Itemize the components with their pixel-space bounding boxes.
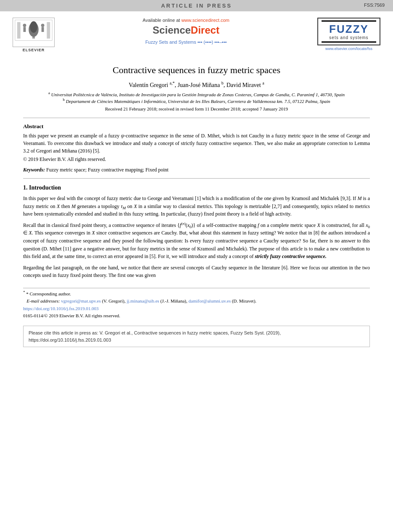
fuzzy-journal-logo: FUZZY sets and systems www.elsevier.com/… (315, 18, 382, 51)
svg-point-8 (41, 24, 45, 27)
intro-paragraph-3: Regarding the last paragraph, on the one… (23, 264, 370, 279)
fss-id: FSS:7569 (364, 3, 385, 8)
divider-2 (23, 178, 370, 179)
svg-rect-1 (17, 22, 21, 39)
elsevier-text: ELSEVIER (23, 48, 45, 52)
center-header: Available online at www.sciencedirect.co… (57, 18, 315, 45)
svg-rect-9 (42, 27, 44, 32)
sets-systems-text: sets and systems (322, 35, 376, 40)
abstract-copyright: © 2019 Elsevier B.V. All rights reserved… (23, 156, 370, 163)
svg-rect-2 (47, 22, 50, 39)
abstract-title: Abstract (23, 123, 370, 130)
email-vgregori[interactable]: vgregori@mat.upv.es (61, 298, 100, 303)
sciencedirect-url[interactable]: www.sciencedirect.com (181, 18, 229, 23)
email-jjminana[interactable]: jj.minana@uib.es (127, 298, 159, 303)
intro-paragraph-1: In this paper we deal with the concept o… (23, 195, 370, 218)
email-damifor[interactable]: damifor@alumni.uv.es (189, 298, 231, 303)
available-online-text: Available online at www.sciencedirect.co… (65, 18, 307, 23)
received-line: Received 21 February 2018; received in r… (23, 106, 370, 111)
email-footnote: E-mail addresses: vgregori@mat.upv.es (V… (23, 298, 370, 304)
divider-1 (23, 118, 370, 118)
svg-rect-7 (24, 27, 26, 32)
affiliation-b: b Departament de Ciències Matemàtiques i… (23, 99, 370, 104)
intro-paragraph-2: Recall that in classical fixed point the… (23, 221, 370, 261)
keywords-line: Keywords: Fuzzy metric space; Fuzzy cont… (23, 167, 370, 173)
fuzzy-word: FUZZY (322, 23, 376, 35)
doi-link[interactable]: https://doi.org/10.1016/j.fss.2019.01.00… (23, 306, 370, 312)
article-title: Contractive sequences in fuzzy metric sp… (23, 65, 370, 76)
aip-banner: ARTICLE IN PRESS (0, 0, 393, 11)
corresponding-author-note: * * Corresponding author. (23, 291, 370, 297)
main-content: Contractive sequences in fuzzy metric sp… (0, 65, 393, 347)
journal-header: ELSEVIER Available online at www.science… (0, 11, 393, 56)
sciencedirect-logo: ScienceDirect (65, 24, 307, 36)
fuzzy-website[interactable]: www.elsevier.com/locate/fss (325, 47, 372, 51)
journal-name-line: Fuzzy Sets and Systems ••• (••••) •••–••… (65, 40, 307, 45)
citation-box: Please cite this article in press as: V.… (23, 326, 370, 347)
affiliation-a: a Universitat Politècnica de València, I… (23, 92, 370, 97)
abstract-section: Abstract In this paper we present an exa… (23, 123, 370, 163)
abstract-text: In this paper we present an example of a… (23, 132, 370, 155)
footnote-area: * * Corresponding author. E-mail address… (23, 288, 370, 318)
authors-line: Valentín Gregori a,*, Juan-José Miñana b… (23, 82, 370, 89)
copyright-footer: 0165-0114/© 2019 Elsevier B.V. All right… (23, 313, 370, 318)
introduction-heading: 1. Introduction (23, 184, 370, 191)
svg-point-6 (23, 24, 26, 27)
elsevier-logo: ELSEVIER (11, 18, 57, 52)
svg-point-5 (30, 21, 37, 33)
